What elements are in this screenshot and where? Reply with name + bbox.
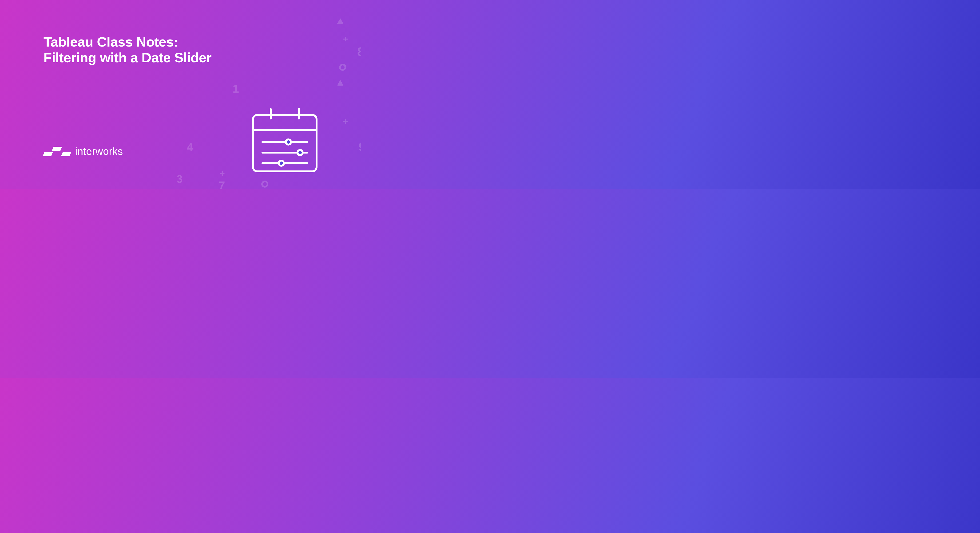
decor-circle-icon bbox=[339, 64, 346, 71]
decor-number-1: 1 bbox=[232, 82, 239, 95]
title-line-1: Tableau Class Notes: bbox=[43, 34, 178, 49]
decor-plus-icon: + bbox=[343, 34, 348, 44]
logo-mark-icon bbox=[43, 147, 70, 156]
title-line-2: Filtering with a Date Slider bbox=[43, 50, 212, 65]
decor-plus-icon: + bbox=[343, 116, 348, 126]
svg-point-5 bbox=[286, 139, 291, 145]
svg-point-9 bbox=[279, 161, 284, 166]
decor-circle-icon bbox=[261, 181, 268, 188]
decor-triangle-icon bbox=[337, 18, 344, 24]
decor-plus-icon: + bbox=[220, 168, 225, 178]
decor-number-9: 9 bbox=[359, 140, 361, 154]
decor-number-7: 7 bbox=[219, 179, 225, 189]
page-title: Tableau Class Notes: Filtering with a Da… bbox=[43, 34, 212, 65]
svg-point-7 bbox=[298, 150, 303, 155]
logo-text: interworks bbox=[75, 146, 123, 157]
interworks-logo: interworks bbox=[43, 146, 123, 157]
calendar-slider-icon bbox=[250, 107, 320, 175]
decor-number-3: 3 bbox=[177, 173, 183, 186]
decor-number-8: 8 bbox=[357, 45, 361, 59]
decor-number-4: 4 bbox=[187, 141, 193, 154]
decor-triangle-icon bbox=[337, 80, 344, 86]
